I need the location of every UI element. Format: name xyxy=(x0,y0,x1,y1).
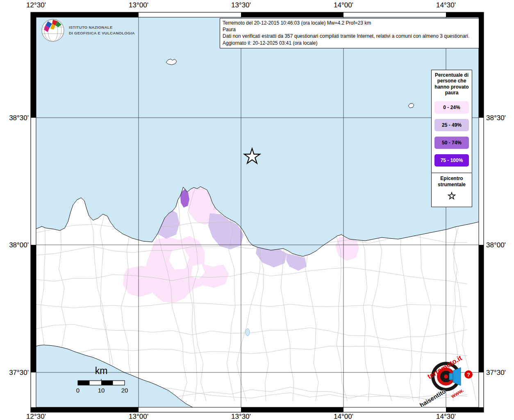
axis-label-top-4: 14°30' xyxy=(436,1,456,9)
axis-label-top-3: 14°00' xyxy=(334,1,353,9)
axis-label-left-1: 38°00' xyxy=(0,241,29,249)
ingv-header: ISTITUTO NAZIONALE DI GEOFISICA E VULCAN… xyxy=(40,18,135,42)
scale-tick-20: 20 xyxy=(121,387,128,394)
legend-swatch-75-100: 75 - 100% xyxy=(434,154,469,167)
axis-label-bottom-3: 14°00' xyxy=(334,413,353,420)
scale-unit-label: km xyxy=(77,365,126,377)
event-map-type: Paura xyxy=(223,26,476,33)
axis-label-top-2: 13°30' xyxy=(231,1,251,9)
event-updated-at: Aggiornato il: 20-12-2025 03:41 (ora loc… xyxy=(223,40,476,46)
axis-label-bottom-0: 12°30' xyxy=(26,413,46,420)
axis-label-right-2: 37°30' xyxy=(486,369,514,377)
axis-label-right-0: 38°30' xyxy=(486,114,514,122)
legend-swatch-0-24: 0 - 24% xyxy=(434,101,469,114)
axis-label-top-0: 12°30' xyxy=(26,1,46,9)
axis-label-left-0: 38°30' xyxy=(0,114,29,122)
legend-swatch-25-49: 25 - 49% xyxy=(434,119,469,131)
axis-label-bottom-1: 13°00' xyxy=(129,413,148,420)
legend-title: Percentuale di persone che hanno provato… xyxy=(432,70,472,96)
legend-epicenter-title: Epicentro strumentale xyxy=(432,173,472,189)
axis-label-bottom-2: 13°30' xyxy=(231,413,251,420)
scale-tick-0: 0 xyxy=(76,387,80,394)
axis-label-top-1: 13°00' xyxy=(129,1,148,9)
scale-tick-10: 10 xyxy=(98,387,105,394)
event-title: Terremoto del 20-12-2015 10:46:03 (ora l… xyxy=(223,20,476,26)
legend-swatch-50-74: 50 - 74% xyxy=(434,137,469,149)
map-page: 12°30' 13°00' 13°30' 14°00' 14°30' 12°30… xyxy=(0,0,514,420)
ingv-name-line1: ISTITUTO NAZIONALE xyxy=(69,25,135,30)
map-canvas xyxy=(0,0,514,420)
axis-label-right-1: 38°00' xyxy=(486,241,514,249)
legend-box: Percentuale di persone che hanno provato… xyxy=(431,70,472,207)
lake xyxy=(246,329,250,336)
event-disclaimer: Dati non verificati estratti da 357 ques… xyxy=(223,33,476,39)
axis-label-left-2: 37°30' xyxy=(0,369,29,377)
watermark-question-badge: ? xyxy=(464,370,473,379)
event-info-box: Terremoto del 20-12-2015 10:46:03 (ora l… xyxy=(220,18,479,48)
axis-label-bottom-4: 14°30' xyxy=(436,413,456,420)
legend-star-icon xyxy=(447,191,457,201)
ingv-name-line2: DI GEOFISICA E VULCANOLOGIA xyxy=(69,30,135,36)
